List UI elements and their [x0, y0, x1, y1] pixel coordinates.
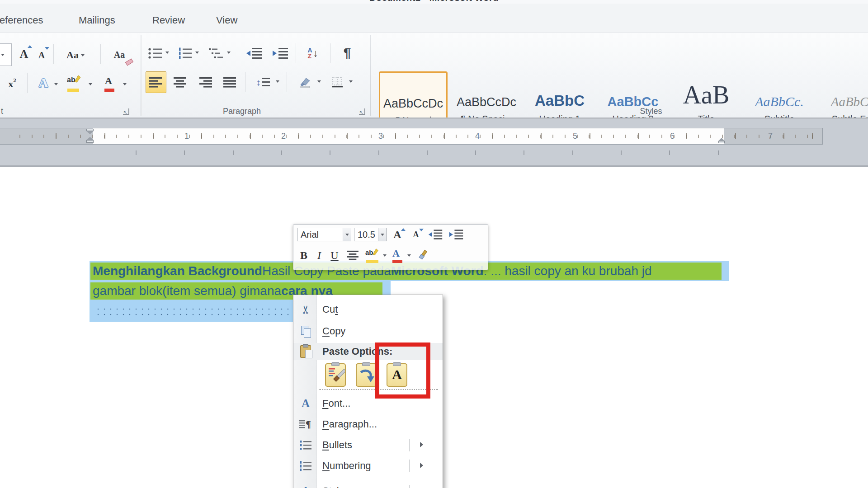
font-size-combo-fragment[interactable] [0, 43, 12, 66]
submenu-arrow-icon [420, 463, 423, 468]
line-spacing-button[interactable]: ↕ [251, 71, 275, 93]
paragraph-dialog-launcher[interactable] [359, 108, 365, 115]
tab-mailings[interactable]: Mailings [79, 14, 115, 26]
hanging-indent-marker[interactable] [86, 137, 94, 143]
word-window: Document1 - Microsoft Word References Ma… [0, 0, 868, 488]
eraser-icon [125, 58, 133, 66]
decrease-indent-button[interactable] [244, 43, 264, 63]
font-color-icon: A [392, 248, 402, 263]
chevron-down-icon[interactable] [195, 52, 199, 54]
chevron-down-icon[interactable] [343, 228, 351, 241]
menu-item-bullets[interactable]: Bullets [293, 435, 443, 455]
menu-item-paragraph[interactable]: ¶ Paragraph... [293, 414, 443, 434]
shading-button[interactable] [295, 71, 316, 93]
divider [287, 72, 287, 92]
scissors-icon: ✂ [298, 300, 313, 319]
paste-keep-source-formatting-button[interactable] [323, 362, 348, 388]
shrink-font-button[interactable]: A [33, 46, 50, 64]
horizontal-ruler: 1 2 3 4 5 6 7 [0, 128, 823, 145]
window-title: Document1 - Microsoft Word [289, 0, 579, 3]
increase-indent-button[interactable] [447, 227, 465, 242]
bullets-icon [298, 435, 313, 455]
superscript-button[interactable]: x 2 [2, 74, 23, 94]
tab-review[interactable]: Review [152, 14, 185, 26]
font-color-button[interactable]: A [389, 248, 405, 263]
highlighter-icon: ab [67, 74, 80, 92]
font-name-combo[interactable]: Arial [297, 228, 351, 241]
keep-source-formatting-icon [325, 363, 346, 387]
underline-button[interactable]: U [328, 248, 341, 263]
chevron-down-icon[interactable] [383, 254, 387, 257]
align-right-button[interactable] [196, 72, 214, 92]
grow-font-button[interactable]: A [389, 227, 406, 242]
styles-group-label: Styles [615, 107, 687, 116]
divider [296, 43, 296, 63]
shrink-font-button[interactable]: A [408, 227, 424, 242]
text-highlight-button[interactable]: ab [63, 72, 84, 94]
align-center-button[interactable] [171, 72, 189, 92]
align-center-button[interactable] [344, 248, 361, 263]
merge-formatting-icon [356, 363, 377, 387]
font-dialog-launcher[interactable] [123, 108, 129, 115]
font-size-combo[interactable]: 10.5 [354, 228, 387, 241]
chevron-down-icon[interactable] [407, 254, 411, 257]
multilevel-list-button[interactable] [206, 43, 226, 63]
text-highlight-button[interactable]: ab [364, 248, 380, 263]
font-color-icon: A [104, 74, 115, 92]
font-color-button[interactable]: A [99, 72, 119, 94]
font-group-label-fragment: t [1, 107, 3, 116]
chevron-down-icon[interactable] [317, 80, 321, 83]
menu-item-styles[interactable]: A Styles [293, 481, 443, 488]
copy-icon [298, 321, 313, 341]
show-hide-marks-button[interactable]: ¶ [338, 42, 356, 64]
chevron-down-icon[interactable] [227, 52, 231, 54]
align-left-button[interactable] [146, 71, 166, 93]
bold-button[interactable]: B [297, 248, 311, 263]
increase-indent-button[interactable] [270, 43, 290, 63]
grow-font-button[interactable]: A [15, 44, 33, 64]
format-painter-button[interactable] [414, 248, 432, 263]
divider [238, 43, 238, 63]
align-left-icon [149, 76, 163, 88]
annotation-red-rectangle [375, 343, 430, 399]
chevron-down-icon[interactable] [349, 80, 353, 83]
menu-item-numbering[interactable]: Numbering [293, 456, 443, 476]
submenu-arrow-icon [420, 442, 423, 447]
chevron-down-icon[interactable] [378, 228, 386, 241]
chevron-down-icon[interactable] [165, 52, 169, 54]
sort-button[interactable]: A Z ↓ [302, 42, 324, 64]
divider [245, 72, 245, 92]
paste-icon [298, 342, 313, 361]
numbering-button[interactable] [176, 43, 193, 63]
chevron-down-icon [81, 54, 85, 56]
text-effects-button[interactable]: A [33, 71, 53, 94]
paragraph-icon: ¶ [298, 414, 313, 434]
right-indent-marker[interactable] [718, 138, 725, 143]
decrease-indent-button[interactable] [426, 227, 444, 242]
chevron-down-icon[interactable] [54, 83, 58, 85]
borders-button[interactable] [328, 71, 346, 93]
ruler-zone: 1 2 3 4 5 6 7 [0, 119, 868, 165]
divider [27, 73, 28, 93]
clear-formatting-button[interactable]: Aa [108, 44, 131, 65]
divider [53, 44, 54, 64]
first-line-indent-marker[interactable] [86, 129, 94, 134]
paint-bucket-icon [299, 76, 311, 88]
bullets-button[interactable] [146, 43, 164, 63]
svg-text:¶: ¶ [306, 418, 311, 430]
paste-merge-formatting-button[interactable] [354, 362, 378, 388]
divider [100, 44, 101, 64]
tab-references[interactable]: References [0, 14, 43, 26]
menu-item-cut[interactable]: ✂ Cut [293, 300, 443, 319]
change-case-button[interactable]: Aa [61, 45, 90, 65]
tab-view[interactable]: View [216, 14, 237, 26]
menu-item-copy[interactable]: Copy [293, 321, 443, 341]
justify-button[interactable] [221, 72, 239, 92]
italic-button[interactable]: I [313, 248, 325, 263]
chevron-down-icon[interactable] [89, 83, 92, 85]
chevron-down-icon[interactable] [276, 80, 279, 83]
chevron-down-icon[interactable] [123, 83, 127, 85]
numbering-icon [298, 456, 313, 476]
grow-font-icon [28, 45, 32, 48]
ribbon: A A Aa Aa x 2 A ab [0, 33, 868, 118]
